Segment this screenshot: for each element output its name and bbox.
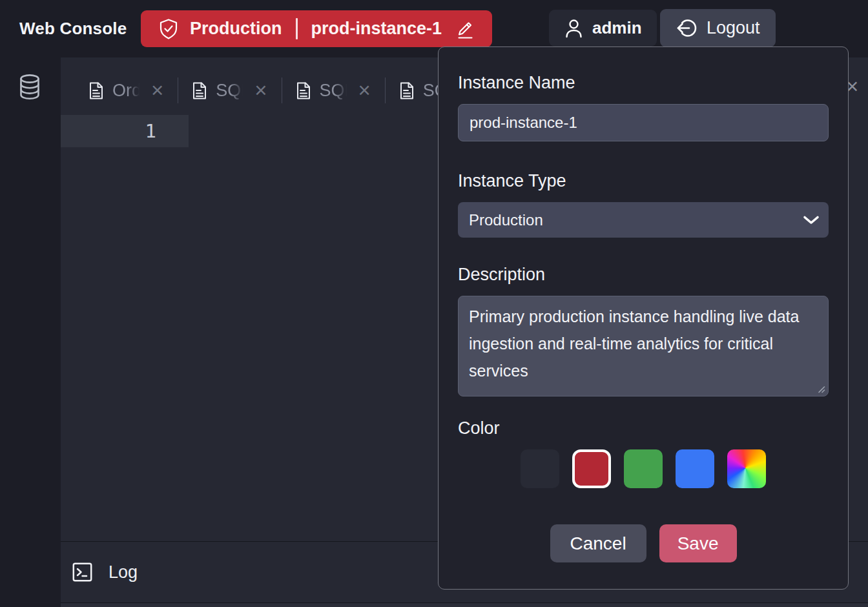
line-number: 1 [61, 115, 156, 147]
username-label: admin [592, 18, 642, 38]
color-label: Color [458, 417, 829, 439]
badge-separator [296, 18, 298, 39]
tab-label: SQL [216, 81, 245, 101]
tab-separator [282, 77, 282, 103]
user-icon [564, 18, 584, 39]
log-label: Log [108, 562, 138, 582]
save-button[interactable]: Save [659, 524, 737, 562]
tab-sql-2[interactable]: SQL × [296, 81, 371, 101]
tab-orders[interactable]: Ord × [89, 81, 163, 101]
active-line-gutter: 1 [61, 115, 189, 147]
web-console-window: Web Console Production prod-instance-1 [0, 0, 868, 607]
instance-name-input[interactable] [458, 104, 829, 141]
instance-settings-dialog: Instance Name Instance Type Production D… [438, 46, 849, 590]
description-textarea[interactable]: Primary production instance handling liv… [458, 296, 829, 396]
tab-close-icon[interactable]: × [151, 84, 163, 97]
instance-type-select[interactable]: Production [458, 202, 829, 238]
cancel-button[interactable]: Cancel [550, 524, 646, 562]
description-field-wrap: Primary production instance handling liv… [458, 296, 829, 396]
tab-label: SQL [320, 81, 349, 101]
file-icon [192, 82, 207, 99]
instance-type-badge-label: Production [190, 19, 282, 39]
tab-close-icon[interactable]: × [358, 84, 371, 97]
tab-separator [178, 77, 178, 103]
instance-badge[interactable]: Production prod-instance-1 [141, 10, 492, 47]
color-swatch-green[interactable] [624, 449, 663, 488]
logout-icon [676, 17, 698, 39]
tab-sql-1[interactable]: SQL × [192, 81, 267, 101]
user-chip[interactable]: admin [549, 10, 657, 46]
dialog-actions: Cancel Save [458, 524, 829, 562]
instance-name-badge-label: prod-instance-1 [311, 19, 442, 39]
left-sidebar [0, 57, 61, 607]
color-swatch-row [458, 449, 829, 488]
instance-type-label: Instance Type [458, 170, 829, 192]
edit-pencil-icon[interactable] [455, 19, 475, 39]
database-icon[interactable] [18, 74, 41, 101]
terminal-icon [72, 562, 92, 582]
shield-check-icon [158, 18, 179, 40]
color-swatch-blue[interactable] [676, 449, 714, 488]
logout-label: Logout [707, 18, 760, 38]
app-title: Web Console [19, 0, 127, 57]
color-swatch-rainbow[interactable] [727, 449, 766, 488]
tab-separator [385, 77, 386, 103]
file-icon [400, 82, 414, 99]
logout-button[interactable]: Logout [660, 9, 776, 47]
color-swatch-red[interactable] [572, 449, 611, 488]
file-icon [89, 82, 103, 99]
color-swatch-default[interactable] [521, 449, 559, 488]
instance-name-label: Instance Name [458, 72, 829, 94]
file-icon [296, 82, 311, 99]
description-label: Description [458, 263, 829, 285]
tab-close-icon[interactable]: × [254, 84, 267, 97]
instance-type-value: Production [469, 211, 543, 229]
tab-label: Ord [112, 81, 142, 101]
chevron-down-icon [803, 215, 820, 225]
bottom-strip [61, 603, 868, 607]
